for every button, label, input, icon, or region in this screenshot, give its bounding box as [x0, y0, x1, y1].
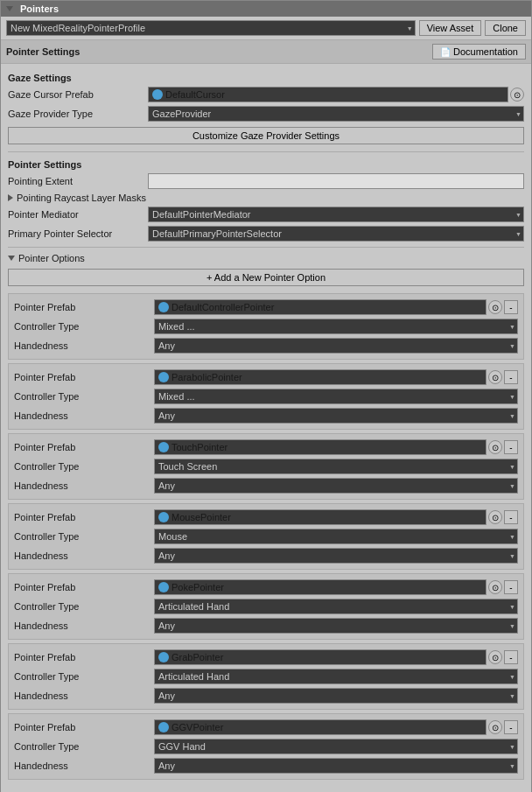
prefab-remove-btn-5[interactable]: - — [504, 650, 518, 664]
prefab-remove-btn-1[interactable]: - — [504, 370, 518, 384]
customize-gaze-button[interactable]: Customize Gaze Provider Settings — [8, 127, 524, 144]
handedness-select-0[interactable]: Any — [154, 338, 518, 354]
prefab-value-1[interactable]: ParabolicPointer — [154, 369, 486, 385]
handedness-field-2: Any — [154, 478, 518, 494]
prefab-text-2: TouchPointer — [172, 442, 228, 452]
controller-select-4[interactable]: Articulated Hand — [154, 599, 518, 614]
handedness-select-2[interactable]: Any — [154, 478, 518, 494]
controller-select-wrapper-4[interactable]: Articulated Hand — [154, 599, 518, 614]
divider-1 — [8, 151, 524, 152]
prefab-remove-btn-2[interactable]: - — [504, 440, 518, 454]
prefab-field-5: GrabPointer ⊙ - — [154, 649, 518, 665]
prefab-remove-btn-0[interactable]: - — [504, 300, 518, 314]
gaze-provider-wrapper[interactable]: GazeProvider — [148, 106, 524, 122]
handedness-select-4[interactable]: Any — [154, 618, 518, 634]
prefab-settings-btn-0[interactable]: ⊙ — [488, 300, 502, 314]
handedness-select-wrapper-4[interactable]: Any — [154, 618, 518, 634]
handedness-select-wrapper-5[interactable]: Any — [154, 688, 518, 704]
prefab-text-5: GrabPointer — [172, 652, 223, 662]
handedness-select-wrapper-1[interactable]: Any — [154, 408, 518, 424]
controller-select-wrapper-6[interactable]: GGV Hand — [154, 739, 518, 754]
controller-select-wrapper-0[interactable]: Mixed ... — [154, 319, 518, 334]
handedness-row-1: Handedness Any — [14, 406, 518, 425]
controller-select-wrapper-1[interactable]: Mixed ... — [154, 389, 518, 404]
controller-label-4: Controller Type — [14, 601, 154, 612]
controller-label-1: Controller Type — [14, 391, 154, 402]
handedness-select-wrapper-0[interactable]: Any — [154, 338, 518, 354]
view-asset-button[interactable]: View Asset — [419, 20, 482, 36]
handedness-select-1[interactable]: Any — [154, 408, 518, 424]
handedness-field-0: Any — [154, 338, 518, 354]
prefab-text-0: DefaultControllerPointer — [172, 302, 274, 312]
prefab-remove-btn-4[interactable]: - — [504, 580, 518, 594]
prefab-settings-btn-4[interactable]: ⊙ — [488, 580, 502, 594]
pointer-options-icon — [8, 256, 15, 261]
controller-select-wrapper-2[interactable]: Touch Screen — [154, 459, 518, 474]
prefab-value-2[interactable]: TouchPointer — [154, 439, 486, 455]
profile-dropdown[interactable]: New MixedRealityPointerProfile — [6, 20, 416, 36]
controller-field-2: Touch Screen — [154, 459, 518, 474]
prefab-settings-btn-1[interactable]: ⊙ — [488, 370, 502, 384]
pointer-mediator-wrapper[interactable]: DefaultPointerMediator — [148, 207, 524, 222]
unity-icon-2 — [158, 442, 169, 452]
prefab-label-3: Pointer Prefab — [14, 512, 154, 522]
add-pointer-button[interactable]: + Add a New Pointer Option — [8, 269, 524, 286]
prefab-settings-btn-6[interactable]: ⊙ — [488, 720, 502, 734]
handedness-select-3[interactable]: Any — [154, 548, 518, 564]
controller-select-0[interactable]: Mixed ... — [154, 319, 518, 334]
controller-label-3: Controller Type — [14, 531, 154, 542]
documentation-button[interactable]: 📄 Documentation — [432, 44, 526, 60]
prefab-settings-btn-5[interactable]: ⊙ — [488, 650, 502, 664]
prefab-settings-btn-3[interactable]: ⊙ — [488, 510, 502, 524]
handedness-row-4: Handedness Any — [14, 616, 518, 635]
pointing-raycast-row[interactable]: Pointing Raycast Layer Masks — [8, 191, 524, 205]
controller-row-3: Controller Type Mouse — [14, 527, 518, 546]
handedness-select-5[interactable]: Any — [154, 688, 518, 704]
controller-select-5[interactable]: Articulated Hand — [154, 669, 518, 684]
handedness-select-6[interactable]: Any — [154, 758, 518, 774]
pointer-group-1: Pointer Prefab ParabolicPointer ⊙ - Cont… — [8, 363, 524, 430]
controller-select-2[interactable]: Touch Screen — [154, 459, 518, 474]
prefab-value-3[interactable]: MousePointer — [154, 509, 486, 525]
pointer-mediator-label: Pointer Mediator — [8, 209, 148, 220]
gaze-provider-field: GazeProvider — [148, 106, 524, 122]
prefab-settings-btn-2[interactable]: ⊙ — [488, 440, 502, 454]
pointing-raycast-label: Pointing Raycast Layer Masks — [17, 193, 146, 203]
pointer-settings-header: Pointer Settings 📄 Documentation — [1, 39, 531, 64]
controller-select-3[interactable]: Mouse — [154, 529, 518, 544]
handedness-select-wrapper-6[interactable]: Any — [154, 758, 518, 774]
controller-select-1[interactable]: Mixed ... — [154, 389, 518, 404]
controller-select-6[interactable]: GGV Hand — [154, 739, 518, 754]
prefab-remove-btn-3[interactable]: - — [504, 510, 518, 524]
main-content: Gaze Settings Gaze Cursor Prefab Default… — [1, 64, 531, 788]
controller-select-wrapper-5[interactable]: Articulated Hand — [154, 669, 518, 684]
clone-button[interactable]: Clone — [485, 20, 526, 36]
handedness-select-wrapper-2[interactable]: Any — [154, 478, 518, 494]
prefab-field-1: ParabolicPointer ⊙ - — [154, 369, 518, 385]
controller-field-5: Articulated Hand — [154, 669, 518, 684]
prefab-value-0[interactable]: DefaultControllerPointer — [154, 299, 486, 315]
prefab-value-5[interactable]: GrabPointer — [154, 649, 486, 665]
prefab-remove-btn-6[interactable]: - — [504, 720, 518, 734]
collapse-icon — [6, 6, 13, 11]
handedness-row-6: Handedness Any — [14, 756, 518, 775]
controller-field-6: GGV Hand — [154, 739, 518, 754]
gaze-cursor-prefab[interactable]: DefaultCursor — [148, 87, 508, 102]
pointing-extent-input[interactable]: 10 — [148, 173, 524, 189]
profile-dropdown-wrapper[interactable]: New MixedRealityPointerProfile — [6, 20, 416, 36]
gaze-provider-select[interactable]: GazeProvider — [148, 106, 524, 122]
pointer-options-title-row[interactable]: Pointer Options — [8, 251, 524, 265]
prefab-value-6[interactable]: GGVPointer — [154, 719, 486, 735]
primary-pointer-wrapper[interactable]: DefaultPrimaryPointerSelector — [148, 226, 524, 242]
pointer-mediator-select[interactable]: DefaultPointerMediator — [148, 207, 524, 222]
controller-select-wrapper-3[interactable]: Mouse — [154, 529, 518, 544]
prefab-value-4[interactable]: PokePointer — [154, 579, 486, 595]
gaze-cursor-settings-btn[interactable]: ⊙ — [510, 88, 524, 102]
handedness-field-3: Any — [154, 548, 518, 564]
doc-icon: 📄 — [440, 47, 451, 57]
prefab-label-2: Pointer Prefab — [14, 442, 154, 452]
primary-pointer-select[interactable]: DefaultPrimaryPointerSelector — [148, 226, 524, 242]
pointer-group-5: Pointer Prefab GrabPointer ⊙ - Controlle… — [8, 643, 524, 710]
handedness-select-wrapper-3[interactable]: Any — [154, 548, 518, 564]
unity-icon-5 — [158, 652, 169, 662]
